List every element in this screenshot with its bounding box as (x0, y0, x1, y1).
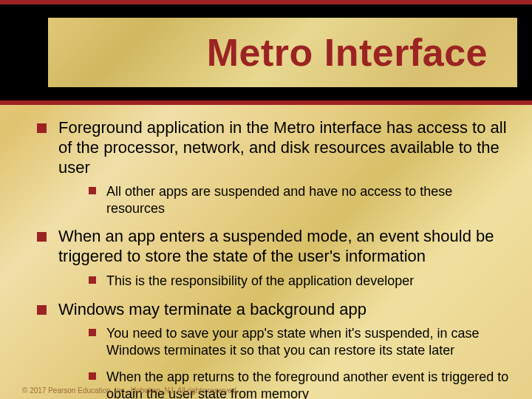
bullet-icon (89, 372, 96, 380)
bullet-icon (37, 123, 47, 133)
bullet-icon (89, 187, 96, 194)
sub-bullet-text: This is the responsibility of the applic… (106, 273, 414, 290)
bullet-2: When an app enters a suspended mode, an … (37, 227, 510, 267)
bullet-icon (89, 276, 96, 284)
title-band: Metro Interface (0, 0, 532, 105)
bullet-text: Foreground application in the Metro inte… (58, 118, 510, 177)
title-inner: Metro Interface (48, 18, 517, 87)
bullet-icon (37, 305, 47, 315)
copyright-footer: © 2017 Pearson Education, Inc., Hoboken,… (22, 386, 239, 395)
sub-bullet: This is the responsibility of the applic… (89, 273, 510, 290)
bullet-text: Windows may terminate a background app (58, 300, 366, 320)
bullet-text: When an app enters a suspended mode, an … (58, 227, 510, 267)
slide-title: Metro Interface (207, 30, 488, 75)
sub-bullet: All other apps are suspended and have no… (89, 183, 510, 216)
bullet-3: Windows may terminate a background app (37, 300, 510, 320)
bullet-icon (89, 329, 96, 336)
bullet-icon (37, 232, 47, 242)
sub-bullet-text: All other apps are suspended and have no… (106, 183, 510, 216)
slide-content: Foreground application in the Metro inte… (0, 105, 532, 399)
sub-bullet-text: You need to save your app's state when i… (106, 325, 510, 358)
sub-bullet: You need to save your app's state when i… (89, 325, 510, 358)
bullet-1: Foreground application in the Metro inte… (37, 118, 510, 177)
